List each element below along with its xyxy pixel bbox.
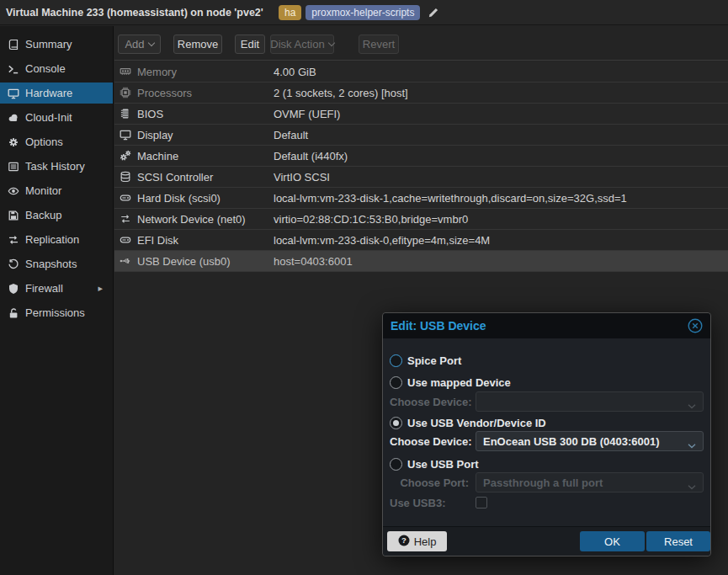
sidebar-item-console[interactable]: Console <box>0 58 113 79</box>
hw-row-network-device-net0[interactable]: Network Device (net0)virtio=02:88:CD:1C:… <box>114 209 728 230</box>
hw-row-value: Default <box>274 129 308 141</box>
usb-icon <box>120 255 131 267</box>
radio-label: Use USB Port <box>407 458 479 471</box>
radio-label: Use mapped Device <box>407 376 511 389</box>
floppy-icon <box>8 210 19 221</box>
hw-row-hard-disk-scsi0[interactable]: Hard Disk (scsi0)local-lvm:vm-233-disk-1… <box>114 188 728 209</box>
sidebar-item-cloud-init[interactable]: Cloud-Init <box>0 107 113 128</box>
hw-row-value: Default (i440fx) <box>274 150 348 162</box>
hw-row-value: local-lvm:vm-233-disk-0,efitype=4m,size=… <box>274 234 490 247</box>
sidebar-item-label: Snapshots <box>25 258 77 270</box>
field-label: Choose Port: <box>390 477 476 489</box>
hw-row-label: EFI Disk <box>137 234 274 247</box>
svg-text:?: ? <box>401 535 407 545</box>
hw-row-usb-device-usb0[interactable]: USB Device (usb0)host=0403:6001 <box>114 251 728 272</box>
radio-option-use-usb-vendor-device-id[interactable]: Use USB Vendor/Device ID <box>390 414 704 431</box>
page-header: Virtual Machine 233 (homeassistant) on n… <box>0 0 728 25</box>
tag-list: haproxmox-helper-scripts <box>279 5 439 20</box>
hw-row-memory[interactable]: Memory4.00 GiB <box>114 61 728 83</box>
radio-button[interactable] <box>390 354 402 367</box>
hw-row-scsi-controller[interactable]: SCSI ControllerVirtIO SCSI <box>114 167 728 188</box>
hw-row-efi-disk[interactable]: EFI Disklocal-lvm:vm-233-disk-0,efitype=… <box>114 230 728 251</box>
sidebar-item-label: Permissions <box>25 306 85 319</box>
hw-row-value: VirtIO SCSI <box>274 171 330 184</box>
sidebar-item-snapshots[interactable]: Snapshots <box>0 253 113 274</box>
sidebar-item-permissions[interactable]: Permissions <box>0 302 113 323</box>
radio-button[interactable] <box>390 458 402 471</box>
sidebar-item-task-history[interactable]: Task History <box>0 156 113 177</box>
sidebar-item-options[interactable]: Options <box>0 131 113 152</box>
help-icon: ? <box>398 535 410 549</box>
remove-button[interactable]: Remove <box>173 35 222 54</box>
vm-tag: ha <box>279 5 301 20</box>
radio-option-use-usb-port[interactable]: Use USB Port <box>390 455 704 472</box>
edit-usb-device-dialog: Edit: USB Device Spice PortUse mapped De… <box>382 312 711 556</box>
hw-row-display[interactable]: DisplayDefault <box>114 125 728 146</box>
sidebar-item-firewall[interactable]: Firewall▸ <box>0 278 113 299</box>
list-icon <box>8 161 19 173</box>
combo-box[interactable]: EnOcean USB 300 DB (0403:6001) <box>476 431 704 451</box>
hw-row-value: 4.00 GiB <box>274 66 316 78</box>
hw-row-bios[interactable]: BIOSOVMF (UEFI) <box>114 104 728 125</box>
hw-row-processors[interactable]: Processors2 (1 sockets, 2 cores) [host] <box>114 83 728 104</box>
radio-label: Spice Port <box>407 354 461 367</box>
proxmox-app: Virtual Machine 233 (homeassistant) on n… <box>0 0 728 575</box>
hardware-table: Memory4.00 GiBProcessors2 (1 sockets, 2 … <box>114 61 728 272</box>
hw-row-label: Memory <box>137 66 274 78</box>
help-button[interactable]: ? Help <box>387 531 447 551</box>
sidebar-item-label: Console <box>25 62 66 75</box>
sidebar-item-replication[interactable]: Replication <box>0 229 113 250</box>
ok-button[interactable]: OK <box>580 531 645 551</box>
hw-row-label: SCSI Controller <box>137 171 274 184</box>
dialog-titlebar: Edit: USB Device <box>383 313 710 338</box>
replication-icon <box>8 234 19 246</box>
edit-tags-pencil-icon[interactable] <box>428 7 439 19</box>
monitor-icon <box>8 88 19 99</box>
combo-box <box>476 391 704 412</box>
sidebar-item-label: Summary <box>25 38 72 51</box>
shield-icon <box>8 283 19 295</box>
edit-button[interactable]: Edit <box>235 35 265 54</box>
hw-row-label: BIOS <box>137 108 274 120</box>
gears-icon <box>120 150 131 162</box>
sidebar-item-label: Task History <box>25 160 85 173</box>
hdd-icon <box>120 234 131 246</box>
checkbox-option-use-usb3: Use USB3: <box>390 495 704 510</box>
add-button[interactable]: Add <box>118 35 161 54</box>
radio-option-use-mapped-device[interactable]: Use mapped Device <box>390 374 704 391</box>
sidebar-item-label: Replication <box>25 233 79 246</box>
hw-row-label: Processors <box>137 87 274 99</box>
dialog-title: Edit: USB Device <box>391 319 486 333</box>
unlock-icon <box>8 307 19 319</box>
close-icon[interactable] <box>688 318 703 333</box>
dialog-body: Spice PortUse mapped DeviceChoose Device… <box>383 338 710 510</box>
field-label: Choose Device: <box>390 435 476 448</box>
radio-button[interactable] <box>390 417 402 429</box>
hw-row-machine[interactable]: MachineDefault (i440fx) <box>114 146 728 167</box>
hw-row-label: Hard Disk (scsi0) <box>137 192 274 205</box>
eye-icon <box>8 185 19 197</box>
field-choose-device-2: Choose Device: <box>390 391 704 412</box>
hw-row-value: host=0403:6001 <box>274 255 353 268</box>
hw-row-value: virtio=02:88:CD:1C:53:B0,bridge=vmbr0 <box>274 213 468 226</box>
page-title: Virtual Machine 233 (homeassistant) on n… <box>6 7 263 19</box>
sidebar-item-hardware[interactable]: Hardware <box>0 83 113 104</box>
use-usb3-checkbox[interactable] <box>476 497 487 508</box>
chip-icon <box>120 108 131 120</box>
radio-option-spice-port[interactable]: Spice Port <box>390 352 704 369</box>
sidebar-item-monitor[interactable]: Monitor <box>0 180 113 201</box>
field-choose-port-6: Choose Port:Passthrough a full port <box>390 472 704 492</box>
sidebar-item-summary[interactable]: Summary <box>0 34 113 55</box>
sidebar-item-backup[interactable]: Backup <box>0 205 113 226</box>
hdd-icon <box>120 192 131 204</box>
chevron-down-icon <box>688 439 696 445</box>
terminal-icon <box>8 63 19 75</box>
radio-button[interactable] <box>390 376 402 389</box>
reset-button[interactable]: Reset <box>646 531 710 551</box>
radio-label: Use USB Vendor/Device ID <box>407 417 546 429</box>
sidebar-item-label: Monitor <box>25 184 61 197</box>
controller-icon <box>120 171 131 183</box>
cpu-icon <box>120 87 131 98</box>
sidebar-item-label: Options <box>25 136 63 148</box>
disk-action-button: Disk Action <box>270 35 334 54</box>
